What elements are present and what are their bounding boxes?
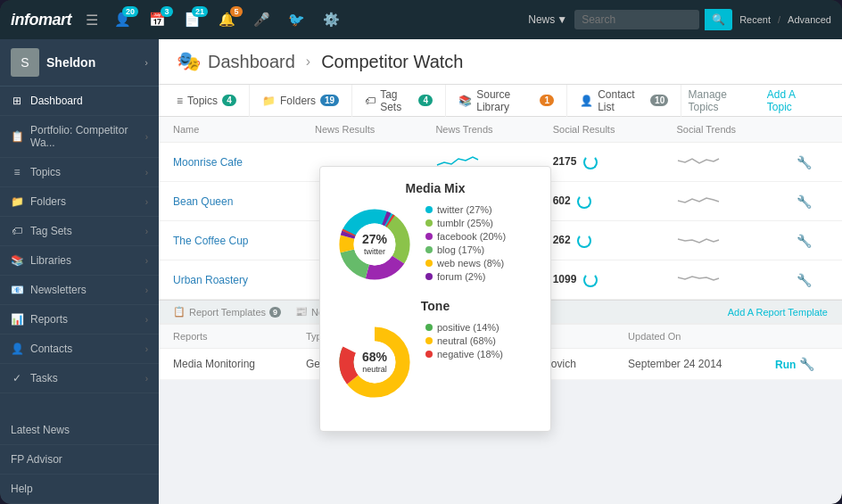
search-button[interactable]: 🔍 (705, 9, 732, 30)
nav-bell[interactable]: 🔔 5 (213, 10, 241, 29)
contactlist-tab-icon: 👤 (580, 95, 593, 107)
legend-item: blog (17%) (425, 244, 506, 255)
tab-label: Folders (280, 95, 316, 107)
row-social-results: 262 (539, 221, 663, 260)
tagsets-tab-icon: 🏷 (365, 95, 376, 107)
reports-col-actions (761, 325, 842, 349)
folders-count: 19 (320, 95, 339, 106)
news-icon: 📰 (295, 306, 308, 318)
sidebar-item-label: Newsletters (30, 284, 145, 296)
tagsets-chevron-icon: › (145, 227, 148, 236)
nav-mic[interactable]: 🎤 (248, 10, 276, 29)
content-area: 🎭 Dashboard › Competitor Watch ≡ Topics … (159, 39, 842, 504)
col-social-results: Social Results (539, 117, 663, 143)
legend-item: facebook (20%) (425, 231, 506, 242)
settings-icon[interactable]: 🔧 (797, 273, 812, 287)
settings-icon[interactable]: 🔧 (797, 155, 812, 169)
row-name[interactable]: Bean Queen (159, 182, 301, 221)
sidebar-item-label: FP Advisor (11, 453, 148, 466)
add-topic-action[interactable]: Add A Topic (760, 88, 824, 113)
sidebar-item-label: Tasks (30, 372, 145, 384)
tone-legend: positive (14%) neutral (68%) negative (1… (425, 322, 503, 362)
nav-gear[interactable]: ⚙️ (318, 10, 345, 29)
tab-contactlist[interactable]: 👤 Contact List 10 (567, 85, 681, 117)
sidebar-user[interactable]: S Sheldon › (0, 39, 159, 87)
settings-icon[interactable]: 🔧 (797, 234, 812, 248)
tab-label: Tag Sets (380, 88, 414, 113)
contacts-chevron-icon: › (145, 344, 148, 354)
sidebar-item-newsletters[interactable]: 📧 Newsletters › (0, 276, 159, 305)
row-social-trends (662, 182, 782, 221)
tab-topics[interactable]: ≡ Topics 4 (177, 85, 250, 117)
sidebar-item-topics[interactable]: ≡ Topics › (0, 158, 159, 187)
tab-folders[interactable]: 📁 Folders 19 (250, 85, 352, 117)
table-container: Name News Results News Trends Social Res… (159, 117, 842, 504)
calendar-badge: 3 (161, 6, 173, 17)
row-name[interactable]: Urban Roastery (159, 260, 301, 300)
row-name[interactable]: Moonrise Cafe (159, 143, 301, 182)
sidebar-item-portfolio[interactable]: 📋 Portfolio: Competitor Wa... › (0, 116, 159, 158)
row-social-results: 2175 (539, 143, 663, 182)
col-news-trends: News Trends (421, 117, 538, 143)
report-settings-icon[interactable]: 🔧 (799, 357, 814, 371)
sidebar-item-folders[interactable]: 📁 Folders › (0, 187, 159, 217)
chevron-down-icon: ▼ (557, 13, 567, 26)
row-social-trends (662, 260, 782, 300)
sidebar-item-tagsets[interactable]: 🏷 Tag Sets › (0, 217, 159, 246)
legend-item: tumblr (25%) (425, 218, 506, 228)
legend-item: web news (8%) (425, 258, 506, 269)
sidebar-item-tasks[interactable]: ✓ Tasks › (0, 364, 159, 393)
folders-chevron-icon: › (145, 197, 148, 207)
sidebar-item-help[interactable]: Help (0, 475, 159, 504)
tab-tagsets[interactable]: 🏷 Tag Sets 4 (352, 85, 446, 117)
row-social-results: 602 (539, 182, 663, 221)
report-templates-item[interactable]: 📋 Report Templates 9 (173, 306, 281, 318)
nav-calendar[interactable]: 📅 3 (144, 10, 171, 29)
reports-col-name: Reports (159, 325, 292, 349)
search-input[interactable] (574, 10, 699, 29)
sidebar-item-latestnews[interactable]: Latest News (0, 416, 159, 445)
advanced-link[interactable]: Advanced (788, 14, 831, 25)
folders-icon: 📁 (11, 195, 23, 208)
sidebar-item-fpadvisor[interactable]: FP Advisor (0, 445, 159, 475)
run-button[interactable]: Run (775, 359, 796, 371)
row-name[interactable]: The Coffee Cup (159, 221, 301, 260)
manage-topics-action[interactable]: Manage Topics (681, 88, 760, 113)
nav-document[interactable]: 📄 21 (178, 10, 206, 29)
report-name: Media Monitoring (159, 349, 292, 380)
sidebar-item-reports[interactable]: 📊 Reports › (0, 305, 159, 335)
tab-label: Contact List (598, 88, 646, 113)
row-settings[interactable]: 🔧 (782, 221, 842, 260)
legend-dot (425, 219, 433, 227)
news-dropdown[interactable]: News ▼ (528, 13, 567, 26)
report-updatedon: September 24 2014 (614, 349, 761, 380)
libraries-chevron-icon: › (145, 256, 148, 266)
sidebar-item-label: Reports (30, 313, 145, 326)
media-mix-donut: 27% twitter (334, 204, 415, 285)
contacts-icon: 👤 (11, 343, 23, 355)
row-settings[interactable]: 🔧 (782, 182, 842, 221)
legend-dot (425, 337, 433, 344)
sidebar-item-libraries[interactable]: 📚 Libraries › (0, 246, 159, 276)
add-report-template-link[interactable]: Add A Report Template (728, 307, 828, 318)
tab-sourcelibrary[interactable]: 📚 Source Library 1 (446, 85, 567, 117)
col-news-results: News Results (301, 117, 421, 143)
nav-twitter[interactable]: 🐦 (283, 10, 310, 29)
row-settings[interactable]: 🔧 (782, 260, 842, 300)
legend-item: negative (18%) (425, 349, 503, 359)
reports-icon: 📊 (11, 313, 23, 326)
settings-icon[interactable]: 🔧 (797, 194, 812, 209)
legend-item: neutral (68%) (425, 335, 503, 346)
recent-link[interactable]: Recent (739, 14, 771, 25)
reports-chevron-icon: › (145, 315, 148, 325)
twitter-icon: 🐦 (288, 12, 305, 28)
sidebar-item-dashboard[interactable]: ⊞ Dashboard (0, 87, 159, 116)
sidebar-item-contacts[interactable]: 👤 Contacts › (0, 335, 159, 364)
nav-people[interactable]: 👤 20 (109, 10, 136, 29)
hamburger-icon[interactable]: ☰ (86, 12, 98, 29)
legend-dot (425, 273, 433, 280)
media-mix-center-label: 27% twitter (362, 232, 387, 257)
col-social-trends: Social Trends (662, 117, 782, 143)
row-settings[interactable]: 🔧 (782, 143, 842, 182)
top-nav: infomart ☰ 👤 20 📅 3 📄 21 🔔 5 🎤 🐦 ⚙️ (0, 0, 842, 39)
